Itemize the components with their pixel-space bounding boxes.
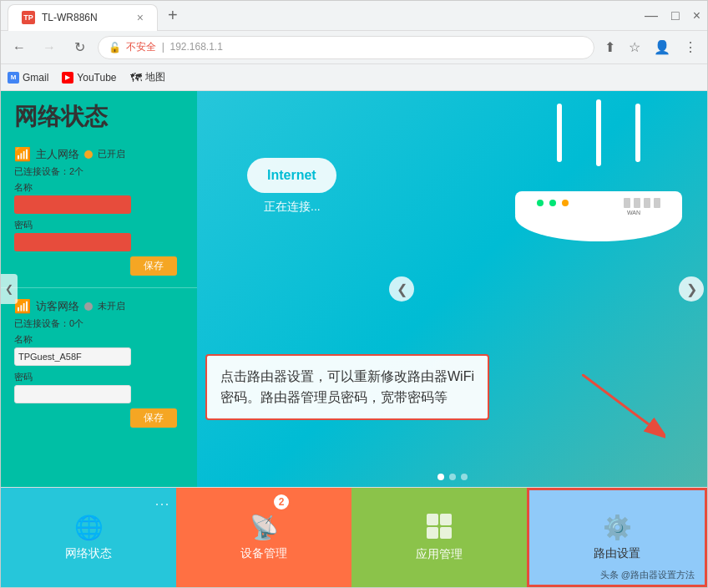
- nav-app-management[interactable]: 应用管理: [351, 488, 527, 587]
- bookmark-maps[interactable]: 🗺 地图: [130, 70, 165, 84]
- guest-save-button[interactable]: 保存: [130, 408, 177, 428]
- new-tab-button[interactable]: +: [161, 6, 185, 25]
- nav-network-status[interactable]: ⋯ 🌐 网络状态: [1, 488, 176, 587]
- bookmark-gmail-label: Gmail: [23, 72, 48, 84]
- router-svg: WAN: [507, 99, 690, 266]
- guest-name-input[interactable]: [14, 347, 131, 366]
- refresh-button[interactable]: ↻: [68, 36, 91, 59]
- more-options-icon[interactable]: ⋯: [154, 494, 169, 513]
- master-name-field: 名称: [14, 181, 184, 214]
- nav-device-management[interactable]: 2 📡 设备管理: [176, 488, 351, 587]
- app-management-label: 应用管理: [416, 547, 463, 562]
- master-network-section: 📶 主人网络 已开启 已连接设备：2个 名称 密码 保存: [1, 139, 197, 282]
- svg-text:WAN: WAN: [627, 210, 640, 215]
- guest-connected-info: 已连接设备：0个: [14, 317, 184, 330]
- master-password-label: 密码: [14, 219, 184, 231]
- bookmarks-bar: M Gmail ▶ YouTube 🗺 地图: [1, 64, 707, 91]
- bookmark-maps-label: 地图: [145, 70, 165, 84]
- router-settings-label: 路由设置: [594, 546, 640, 561]
- maximize-button[interactable]: □: [671, 8, 680, 23]
- router-illustration: WAN: [507, 99, 690, 270]
- main-panel: Internet 正在连接...: [197, 91, 707, 487]
- svg-point-10: [537, 200, 544, 206]
- master-save-button[interactable]: 保存: [130, 256, 177, 276]
- watermark: 头条 @路由器设置方法: [600, 569, 695, 581]
- guest-network-section: 📶 访客网络 未开启 已连接设备：0个 名称 密码 保存: [1, 293, 197, 433]
- svg-rect-2: [635, 104, 640, 162]
- forward-button[interactable]: →: [38, 36, 61, 59]
- menu-icon[interactable]: ⋮: [680, 36, 700, 58]
- carousel-dots: [437, 474, 468, 480]
- guest-password-field: 密码: [14, 371, 184, 403]
- annotation-text: 点击路由器设置，可以重新修改路由器WiFi密码。路由器管理员密码，宽带密码等: [220, 369, 474, 405]
- master-connected-info: 已连接设备：2个: [14, 165, 184, 178]
- connecting-text: 正在连接...: [264, 200, 321, 215]
- carousel-dot-1[interactable]: [437, 474, 444, 480]
- app-management-icon: [427, 514, 452, 539]
- carousel-next-button[interactable]: ❯: [679, 276, 704, 302]
- master-status-dot: [84, 150, 93, 159]
- svg-point-12: [562, 200, 569, 206]
- device-management-label: 设备管理: [240, 546, 287, 561]
- carousel-dot-2[interactable]: [449, 474, 456, 480]
- address-text: 不安全 | 192.168.1.1: [126, 40, 584, 54]
- minimize-button[interactable]: —: [645, 8, 658, 23]
- youtube-icon: ▶: [62, 72, 73, 84]
- bookmark-youtube[interactable]: ▶ YouTube: [62, 72, 116, 84]
- bookmark-icon[interactable]: ☆: [625, 36, 644, 58]
- guest-network-header: 📶 访客网络 未开启: [14, 298, 184, 314]
- maps-icon: 🗺: [130, 72, 142, 84]
- nav-bar: ← → ↻ 🔓 不安全 | 192.168.1.1 ⬆ ☆ 👤 ⋮: [1, 31, 707, 64]
- svg-rect-7: [644, 198, 650, 208]
- master-status-text: 已开启: [98, 148, 125, 160]
- gmail-icon: M: [8, 72, 19, 84]
- sidebar-title: 网络状态: [1, 91, 197, 139]
- network-status-label: 网络状态: [65, 546, 112, 561]
- tab-close-button[interactable]: ×: [137, 11, 144, 24]
- profile-icon[interactable]: 👤: [650, 36, 674, 58]
- wifi-icon: 📶: [14, 146, 31, 162]
- bookmark-youtube-label: YouTube: [77, 72, 116, 84]
- tab-title: TL-WR886N: [42, 12, 98, 23]
- tab-favicon: TP: [22, 11, 35, 24]
- red-arrow-annotation: [582, 374, 665, 441]
- master-password-input[interactable]: [14, 233, 131, 251]
- section-divider: [1, 287, 197, 288]
- network-status-icon: 🌐: [74, 514, 104, 541]
- back-button[interactable]: ←: [8, 36, 31, 59]
- carousel-prev-button[interactable]: ❮: [389, 276, 414, 302]
- guest-password-label: 密码: [14, 371, 184, 383]
- guest-network-label: 访客网络: [36, 299, 79, 314]
- svg-rect-1: [596, 99, 601, 166]
- svg-rect-6: [634, 198, 640, 208]
- window-controls: — □ ×: [645, 8, 700, 23]
- router-settings-icon: ⚙️: [603, 514, 632, 541]
- master-network-label: 主人网络: [36, 147, 79, 162]
- guest-status-dot: [84, 302, 93, 311]
- guest-name-field: 名称: [14, 333, 184, 366]
- master-password-field: 密码: [14, 219, 184, 251]
- guest-status-text: 未开启: [98, 300, 125, 312]
- sidebar-collapse-button[interactable]: ❮: [1, 274, 18, 304]
- svg-rect-8: [654, 198, 660, 208]
- master-name-input[interactable]: [14, 195, 131, 214]
- carousel-dot-3[interactable]: [461, 474, 468, 480]
- close-button[interactable]: ×: [693, 8, 700, 23]
- svg-line-14: [582, 374, 649, 424]
- svg-rect-0: [557, 104, 562, 162]
- browser-window: TP TL-WR886N × + — □ × ← → ↻ 🔓 不安全 | 192…: [0, 0, 708, 588]
- share-icon[interactable]: ⬆: [601, 36, 619, 58]
- content-area: 网络状态 📶 主人网络 已开启 已连接设备：2个 名称 密码: [1, 91, 707, 487]
- bookmark-gmail[interactable]: M Gmail: [8, 72, 48, 84]
- browser-tab[interactable]: TP TL-WR886N ×: [8, 4, 158, 31]
- svg-rect-5: [624, 198, 630, 208]
- master-name-label: 名称: [14, 181, 184, 194]
- guest-name-label: 名称: [14, 333, 184, 346]
- address-bar[interactable]: 🔓 不安全 | 192.168.1.1: [98, 36, 594, 59]
- security-icon: 🔓: [109, 42, 121, 53]
- sidebar: 网络状态 📶 主人网络 已开启 已连接设备：2个 名称 密码: [1, 91, 197, 487]
- internet-cloud: Internet: [247, 158, 336, 193]
- master-network-header: 📶 主人网络 已开启: [14, 146, 184, 162]
- svg-point-11: [549, 200, 556, 206]
- guest-password-input[interactable]: [14, 385, 131, 403]
